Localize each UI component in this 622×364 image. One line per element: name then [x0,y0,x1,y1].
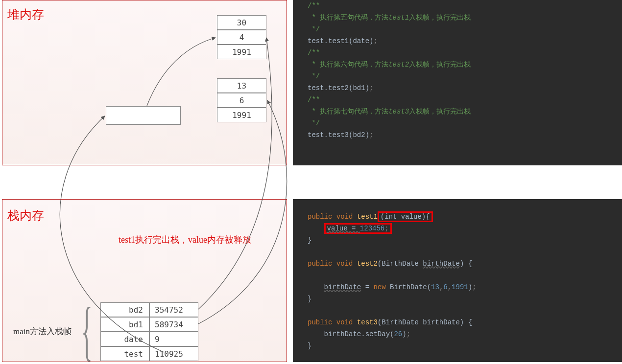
comment-body: * 执行第七句代码，方法 [308,108,388,115]
stack-var-name: bd1 [100,317,149,332]
method-sig2: ) { [460,260,472,268]
method-sig: (BirthDate birthDate) { [378,318,472,326]
semi: ; [373,37,377,45]
heap-panel: 堆内存 30 4 1991 13 6 1991 [2,0,287,165]
kw-public-void: public void [308,213,353,221]
method-name: test2 [353,260,377,268]
highlight-box: value = 123456; [324,223,392,234]
table-row: test 110925 [100,346,198,361]
stack-title: 栈内存 [7,207,44,224]
semi: ; [472,283,476,291]
paren-close: ) [402,330,406,338]
comment-tail: 入栈帧，执行完出栈 [409,61,471,68]
comment-close: */ [308,72,320,80]
code-call: test2 [328,84,349,92]
table-row: bd2 354752 [100,302,198,317]
comment-body: * 执行第六句代码，方法 [308,61,388,68]
brace: { [426,213,430,221]
code-text: test. [308,84,328,92]
stack-var-val: 9 [149,332,198,346]
comment-close: */ [308,119,320,127]
stack-panel: 栈内存 test1执行完出栈，value内存被释放 main方法入栈帧 { bd… [2,199,287,362]
heap-empty-box [106,106,181,125]
stack-var-val: 110925 [149,346,198,361]
param-name: birthDate [423,260,460,268]
heap-obj1-day: 30 [217,15,266,30]
method-sig: (BirthDate [378,260,423,268]
comment-open: /** [308,2,320,10]
stack-annotation: test1执行完出栈，value内存被释放 [119,234,251,246]
comment-body: * 执行第五句代码，方法 [308,14,388,22]
comment-close: */ [308,25,320,33]
brace-close: } [308,236,311,244]
code-args: (date) [349,37,373,45]
heap-object-1: 30 4 1991 [217,15,266,59]
code-call: test3 [328,131,349,139]
code-call: test1 [328,37,349,45]
var-name: value = [327,225,360,232]
eq: = [361,283,373,291]
heap-obj1-year: 1991 [217,45,266,59]
method-sig: (int value) [381,213,426,221]
main-frame-label: main方法入栈帧 [13,326,72,337]
num-literal: 123456 [360,225,384,232]
brace-icon: { [81,297,93,364]
heap-title: 堆内存 [7,6,44,23]
table-row: date 9 [100,332,198,346]
num-literal: 13 [431,283,439,291]
brace-close: } [308,295,311,303]
heap-obj2-year: 1991 [217,108,266,122]
method-name: test3 [353,318,377,326]
stack-var-val: 589734 [149,317,198,332]
table-row: bd1 589734 [100,317,198,332]
code-block-top: /** * 执行第五句代码，方法test1入栈帧，执行完出栈 */ test.t… [293,0,622,165]
comment-keyword: test3 [388,108,409,115]
kw-public-void: public void [308,318,353,326]
num-literal: 26 [394,330,402,338]
num-literal: 6 [443,283,447,291]
stack-var-name: test [100,346,149,361]
class-name: BirthDate( [390,283,431,291]
heap-obj2-day: 13 [217,78,266,93]
code-args: (bd2) [349,131,369,139]
highlight-box: (int value){ [378,211,433,222]
num-literal: 1991 [452,283,468,291]
method-name: test1 [353,213,377,221]
code-text: birthDate. [324,330,365,338]
comment-keyword: test2 [388,61,409,68]
semi: ; [384,225,388,232]
comment-open: /** [308,96,320,104]
comment-tail: 入栈帧，执行完出栈 [409,108,471,115]
comma: , [448,283,452,291]
code-text: test. [308,37,328,45]
kw-new: new [373,283,390,291]
method-call: setDay [365,330,390,338]
code-text: test. [308,131,328,139]
stack-var-name: bd2 [100,302,149,317]
code-args: (bd1) [349,84,369,92]
comment-tail: 入栈帧，执行完出栈 [409,14,471,22]
brace-close: } [308,342,311,350]
var-name: birthDate [324,283,361,291]
stack-var-val: 354752 [149,302,198,317]
semi: ; [407,330,410,338]
stack-var-name: date [100,332,149,346]
heap-object-2: 13 6 1991 [217,78,266,122]
paren-close: ) [468,283,472,291]
heap-obj2-month: 6 [217,93,266,108]
semi: ; [369,84,373,92]
comment-open: /** [308,49,320,57]
heap-obj1-month: 4 [217,30,266,45]
kw-public-void: public void [308,260,353,268]
stack-frame-table: bd2 354752 bd1 589734 date 9 test 110925 [100,302,198,361]
code-block-bottom: public void test1(int value){ value = 12… [293,199,622,362]
semi: ; [369,131,373,139]
comment-keyword: test1 [388,14,409,22]
